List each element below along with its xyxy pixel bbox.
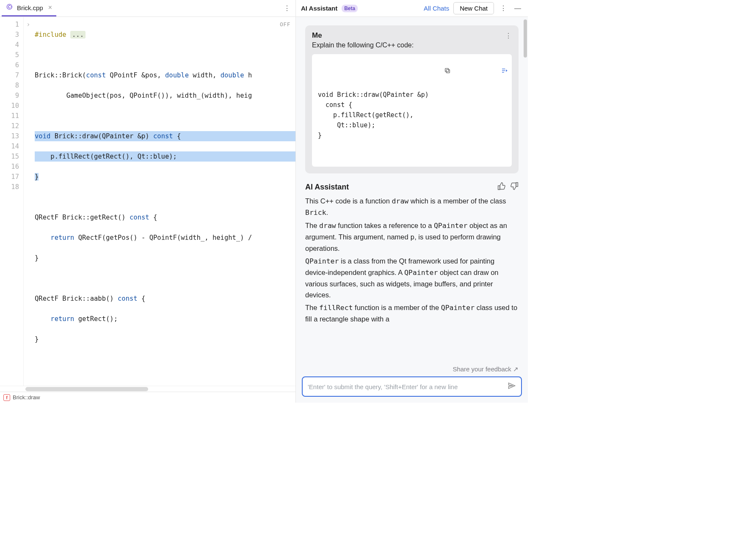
scrollbar-thumb[interactable]	[524, 19, 527, 58]
svg-rect-3	[446, 69, 450, 73]
all-chats-link[interactable]: All Chats	[424, 5, 449, 12]
inspection-badge[interactable]: OFF	[280, 19, 290, 30]
folded-region[interactable]: ...	[70, 31, 86, 38]
assistant-message-text: This C++ code is a function draw which i…	[305, 195, 519, 324]
close-icon[interactable]: ×	[48, 4, 52, 11]
assistant-title: AI Assistant	[301, 5, 337, 12]
fold-arrow-icon[interactable]: ›	[24, 19, 33, 30]
chat-text-field[interactable]	[308, 383, 504, 390]
code-editor[interactable]: OFF 1 3 4 5 6 7 8 9 10 11 12 13 14 15 16…	[0, 17, 295, 386]
vertical-scrollbar[interactable]	[523, 17, 528, 403]
minimize-icon[interactable]: —	[513, 4, 523, 13]
svg-rect-8	[498, 186, 500, 189]
function-icon: f	[3, 394, 10, 401]
breadcrumb[interactable]: Brick::draw	[13, 394, 40, 401]
share-feedback-link[interactable]: Share your feedback ↗	[453, 365, 519, 373]
beta-badge: Beta	[342, 5, 358, 12]
editor-pane: Brick.cpp × ⋮ OFF 1 3 4 5 6 7 8 9 10 11 …	[0, 0, 296, 403]
assistant-pane: AI Assistant Beta All Chats New Chat ⋮ —…	[296, 0, 528, 403]
cpp-file-icon	[6, 3, 14, 12]
tab-brick-cpp[interactable]: Brick.cpp ×	[2, 0, 56, 16]
scrollbar-thumb[interactable]	[25, 387, 148, 391]
assistant-header: AI Assistant Beta All Chats New Chat ⋮ —	[296, 0, 528, 17]
svg-rect-4	[445, 69, 448, 72]
new-chat-button[interactable]: New Chat	[453, 2, 494, 14]
assistant-message: AI Assistant This C++ code is a function…	[305, 182, 519, 324]
horizontal-scrollbar[interactable]	[0, 386, 295, 392]
user-message: Me ⋮ Explain the following C/C++ code: v…	[305, 25, 519, 173]
user-code-block: void Brick::draw(QPainter &p) const { p.…	[312, 54, 512, 167]
insert-code-icon[interactable]	[455, 57, 508, 87]
message-kebab-icon[interactable]: ⋮	[505, 32, 512, 40]
tab-bar: Brick.cpp × ⋮	[0, 0, 295, 17]
status-bar: f Brick::draw	[0, 392, 295, 403]
chat-input-row	[296, 376, 528, 403]
assistant-menu-kebab-icon[interactable]: ⋮	[498, 3, 508, 13]
thumbs-up-icon[interactable]	[497, 182, 506, 192]
tab-filename: Brick.cpp	[17, 4, 43, 11]
chat-input[interactable]	[302, 376, 522, 397]
fold-column: ›	[24, 17, 33, 386]
code-area[interactable]: #include ... Brick::Brick(const QPointF …	[33, 17, 295, 386]
tab-menu-kebab-icon[interactable]: ⋮	[282, 3, 292, 14]
send-icon[interactable]	[508, 382, 516, 392]
copy-icon[interactable]	[398, 57, 450, 87]
code-text: void Brick::draw(QPainter &p) const { p.…	[318, 90, 506, 140]
chat-scroll-area[interactable]: Me ⋮ Explain the following C/C++ code: v…	[296, 17, 528, 363]
user-name: Me	[312, 31, 322, 40]
thumbs-down-icon[interactable]	[510, 182, 519, 192]
assistant-name: AI Assistant	[305, 183, 349, 192]
line-gutter: 1 3 4 5 6 7 8 9 10 11 12 13 14 15 16 17 …	[0, 17, 24, 386]
feedback-row: Share your feedback ↗	[296, 363, 528, 376]
user-message-text: Explain the following C/C++ code:	[312, 41, 512, 49]
svg-rect-9	[516, 183, 518, 187]
